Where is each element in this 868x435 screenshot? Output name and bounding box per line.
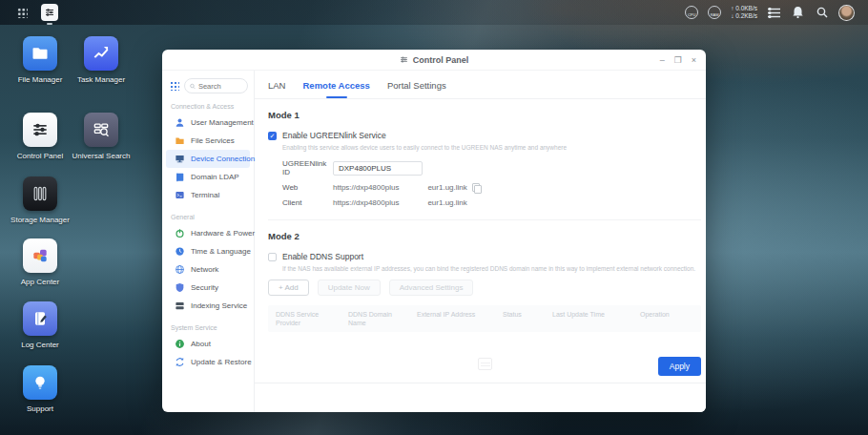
sidebar-item-device-connection[interactable]: Device Connection bbox=[166, 150, 250, 168]
sidebar-item-domain-ldap[interactable]: Domain LDAP bbox=[166, 168, 250, 186]
web-label: Web bbox=[282, 183, 333, 192]
sidebar-item-label: User Management bbox=[191, 118, 254, 127]
mode1-help-text: Enabling this service allows device user… bbox=[282, 144, 701, 151]
update-now-button[interactable]: Update Now bbox=[318, 280, 381, 296]
sidebar-item-update-restore[interactable]: Update & Restore bbox=[166, 353, 250, 371]
col-last-update-time: Last Update Time bbox=[552, 310, 640, 327]
desktop-icon-support[interactable]: Support bbox=[6, 365, 74, 413]
empty-table-icon bbox=[478, 358, 492, 370]
web-url-prefix[interactable]: https://dxp4800plus bbox=[333, 183, 399, 192]
sidebar-item-time-language[interactable]: Time & Language bbox=[166, 242, 250, 260]
cpu-gauge-icon[interactable]: CPU bbox=[685, 6, 698, 19]
desktop-icon-label: Support bbox=[27, 404, 53, 413]
sliders-icon bbox=[44, 7, 55, 18]
sidebar-item-label: Device Connection bbox=[191, 155, 255, 163]
support-icon bbox=[23, 365, 57, 400]
add-button[interactable]: + Add bbox=[268, 280, 309, 296]
desktop-icon-log-center[interactable]: Log Center bbox=[6, 301, 74, 349]
folder-icon bbox=[175, 135, 185, 146]
tab-remote-access[interactable]: Remote Access bbox=[302, 80, 369, 98]
sidebar-item-file-services[interactable]: File Services bbox=[166, 132, 250, 150]
sidebar-apps-grid-icon[interactable] bbox=[170, 81, 179, 91]
ugreenlink-id-input[interactable] bbox=[333, 161, 423, 176]
ddns-table-header: DDNS Service Provider DDNS Domain Name E… bbox=[268, 305, 701, 332]
sidebar-item-about[interactable]: About bbox=[166, 335, 250, 353]
web-url-row: Web https://dxp4800plus eur1.ug.link bbox=[282, 183, 701, 192]
terminal-icon bbox=[175, 190, 185, 200]
taskbar: CPU RAM ↑ 0.0KB/s ↓ 0.2KB/s bbox=[0, 0, 868, 25]
desktop-icon-control-panel[interactable]: Control Panel bbox=[6, 113, 74, 160]
sidebar-item-hardware-power[interactable]: Hardware & Power bbox=[166, 224, 250, 242]
col-status: Status bbox=[503, 310, 552, 327]
sidebar-item-label: Hardware & Power bbox=[191, 229, 255, 238]
settings-sidebar: Connection & Access User Management File… bbox=[162, 71, 255, 412]
mode2-help-text: If the NAS has available external IP add… bbox=[282, 265, 701, 272]
directory-book-icon bbox=[175, 172, 185, 182]
dialog-footer bbox=[255, 383, 706, 412]
file-manager-icon bbox=[23, 36, 57, 71]
notifications-bell-icon[interactable] bbox=[791, 6, 805, 20]
client-url-row: Client https://dxp4800plus eur1.ug.link bbox=[282, 198, 701, 207]
desktop-icon-label: Control Panel bbox=[17, 152, 63, 160]
control-panel-window: Control Panel – ❐ × Connection & Access … bbox=[162, 50, 706, 412]
task-manager-icon bbox=[84, 36, 118, 71]
col-operation: Operation bbox=[640, 310, 693, 327]
enable-ugreenlink-checkbox-row[interactable]: ✓ Enable UGREENlink Service bbox=[268, 131, 701, 140]
control-panel-icon bbox=[23, 113, 57, 147]
sidebar-item-user-management[interactable]: User Management bbox=[166, 114, 250, 132]
search-icon[interactable] bbox=[815, 6, 829, 20]
ram-gauge-label: RAM bbox=[711, 12, 719, 17]
client-url-prefix[interactable]: https://dxp4800plus bbox=[333, 198, 399, 207]
client-url-suffix[interactable]: eur1.ug.link bbox=[427, 198, 466, 207]
maximize-icon[interactable]: ❐ bbox=[674, 55, 682, 65]
close-icon[interactable]: × bbox=[692, 55, 696, 65]
storage-manager-icon bbox=[23, 176, 57, 211]
desktop-icon-label: Storage Manager bbox=[10, 216, 70, 224]
apply-button[interactable]: Apply bbox=[658, 357, 701, 376]
widgets-icon[interactable] bbox=[767, 6, 781, 20]
user-avatar[interactable] bbox=[838, 5, 855, 21]
desktop-icon-label: App Center bbox=[21, 278, 59, 286]
ram-gauge-icon[interactable]: RAM bbox=[708, 6, 721, 19]
sidebar-search-box[interactable] bbox=[184, 78, 248, 93]
enable-ddns-checkbox-row[interactable]: Enable DDNS Support bbox=[268, 252, 701, 261]
tab-lan[interactable]: LAN bbox=[268, 80, 285, 98]
desktop-icon-file-manager[interactable]: File Manager bbox=[6, 36, 74, 84]
desktop-icon-label: File Manager bbox=[18, 75, 63, 84]
sidebar-search-input[interactable] bbox=[198, 82, 242, 91]
ugreenlink-id-label: UGREENlink ID bbox=[282, 159, 333, 176]
sidebar-item-label: File Services bbox=[191, 136, 235, 145]
desktop-icon-universal-search[interactable]: Universal Search bbox=[67, 113, 135, 160]
sidebar-item-label: About bbox=[191, 340, 211, 348]
sidebar-item-network[interactable]: Network bbox=[166, 260, 250, 279]
desktop-icon-app-center[interactable]: App Center bbox=[6, 238, 74, 286]
clock-icon bbox=[175, 246, 185, 257]
copy-icon[interactable] bbox=[472, 183, 480, 192]
window-titlebar[interactable]: Control Panel – ❐ × bbox=[162, 50, 706, 71]
app-launcher-grid-icon[interactable] bbox=[17, 8, 28, 18]
info-icon bbox=[175, 339, 185, 349]
power-icon bbox=[175, 228, 185, 238]
shield-icon bbox=[175, 282, 185, 293]
checkbox-checked-icon[interactable]: ✓ bbox=[268, 132, 277, 140]
web-url-suffix[interactable]: eur1.ug.link bbox=[427, 183, 466, 192]
taskbar-control-panel-app[interactable] bbox=[41, 4, 58, 21]
sidebar-section-header: Connection & Access bbox=[162, 93, 254, 114]
drive-stack-icon bbox=[175, 300, 185, 311]
minimize-icon[interactable]: – bbox=[660, 55, 665, 65]
control-panel-title-icon bbox=[400, 55, 408, 64]
update-arrows-icon bbox=[175, 357, 185, 367]
checkbox-unchecked-icon[interactable] bbox=[268, 253, 277, 261]
sidebar-item-label: Domain LDAP bbox=[191, 173, 239, 181]
sidebar-section-header: General bbox=[162, 204, 254, 224]
tab-portal-settings[interactable]: Portal Settings bbox=[387, 80, 446, 98]
sidebar-item-label: Terminal bbox=[191, 191, 219, 199]
desktop-icon-label: Log Center bbox=[21, 341, 59, 349]
sidebar-item-terminal[interactable]: Terminal bbox=[166, 186, 250, 204]
advanced-settings-button[interactable]: Advanced Settings bbox=[389, 280, 474, 296]
desktop-icon-storage-manager[interactable]: Storage Manager bbox=[6, 176, 74, 224]
sidebar-item-indexing-service[interactable]: Indexing Service bbox=[166, 297, 250, 315]
sidebar-item-security[interactable]: Security bbox=[166, 279, 250, 297]
desktop-icon-task-manager[interactable]: Task Manager bbox=[67, 36, 135, 84]
log-center-icon bbox=[23, 301, 57, 336]
